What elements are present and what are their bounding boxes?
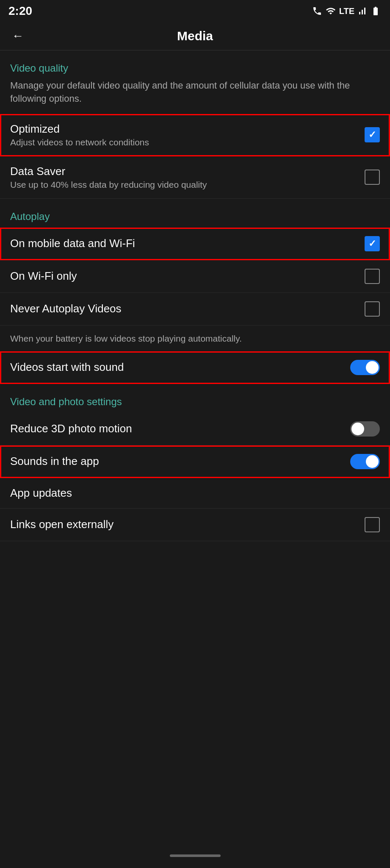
links-open-externally-text: Links open externally: [10, 518, 365, 531]
reduce-3d-motion-title: Reduce 3D photo motion: [10, 422, 350, 435]
header: ← Media: [0, 22, 390, 50]
nav-bar-line: [170, 854, 221, 857]
never-autoplay-text: Never Autoplay Videos: [10, 302, 365, 315]
status-time: 2:20: [8, 4, 32, 18]
data-saver-row[interactable]: Data Saver Use up to 40% less data by re…: [0, 156, 390, 199]
videos-start-sound-row[interactable]: Videos start with sound: [0, 351, 390, 384]
videos-start-sound-title: Videos start with sound: [10, 361, 350, 374]
app-updates-row[interactable]: App updates: [0, 478, 390, 509]
links-open-externally-row[interactable]: Links open externally: [0, 509, 390, 541]
reduce-3d-motion-row[interactable]: Reduce 3D photo motion: [0, 413, 390, 445]
mobile-data-wifi-title: On mobile data and Wi-Fi: [10, 237, 365, 250]
content: Video quality Manage your default video …: [0, 50, 390, 541]
autoplay-section: Autoplay On mobile data and Wi-Fi On Wi-…: [0, 199, 390, 326]
reduce-3d-motion-toggle-knob: [351, 423, 364, 435]
sounds-in-app-row[interactable]: Sounds in the app: [0, 445, 390, 478]
sounds-in-app-toggle-knob: [366, 455, 379, 468]
back-button[interactable]: ←: [8, 28, 27, 45]
data-saver-subtitle: Use up to 40% less data by reducing vide…: [10, 180, 365, 190]
sounds-in-app-toggle[interactable]: [350, 454, 380, 469]
videos-start-sound-toggle[interactable]: [350, 360, 380, 375]
wifi-only-checkbox[interactable]: [365, 269, 380, 284]
mobile-data-wifi-text: On mobile data and Wi-Fi: [10, 237, 365, 250]
optimized-subtitle: Adjust videos to network conditions: [10, 137, 365, 147]
battery-icon: [370, 6, 382, 16]
never-autoplay-checkbox[interactable]: [365, 301, 380, 317]
data-saver-title: Data Saver: [10, 165, 365, 178]
reduce-3d-motion-text: Reduce 3D photo motion: [10, 422, 350, 435]
optimized-text: Optimized Adjust videos to network condi…: [10, 122, 365, 147]
wifi-only-title: On Wi-Fi only: [10, 270, 365, 283]
sounds-in-app-title: Sounds in the app: [10, 455, 350, 468]
video-photo-settings-header: Video and photo settings: [0, 384, 390, 413]
videos-start-sound-text: Videos start with sound: [10, 361, 350, 374]
sounds-in-app-text: Sounds in the app: [10, 455, 350, 468]
mobile-data-wifi-checkbox[interactable]: [365, 236, 380, 251]
never-autoplay-row[interactable]: Never Autoplay Videos: [0, 293, 390, 326]
video-photo-settings-section: Video and photo settings Reduce 3D photo…: [0, 384, 390, 478]
video-quality-section: Video quality Manage your default video …: [0, 50, 390, 199]
bottom-nav-indicator: [0, 848, 390, 864]
wifi-icon: [325, 6, 337, 16]
video-quality-description: Manage your default video quality and th…: [0, 79, 390, 114]
videos-start-sound-toggle-knob: [366, 361, 379, 374]
optimized-row[interactable]: Optimized Adjust videos to network condi…: [0, 114, 390, 156]
reduce-3d-motion-toggle[interactable]: [350, 421, 380, 437]
links-open-externally-checkbox[interactable]: [365, 517, 380, 532]
battery-low-note: When your battery is low videos stop pla…: [0, 326, 390, 351]
video-quality-header: Video quality: [0, 50, 390, 79]
data-saver-checkbox[interactable]: [365, 170, 380, 185]
wifi-only-text: On Wi-Fi only: [10, 270, 365, 283]
phone-icon: [312, 6, 322, 16]
app-updates-title: App updates: [10, 487, 380, 500]
header-title: Media: [8, 29, 382, 43]
links-open-externally-title: Links open externally: [10, 518, 365, 531]
mobile-data-wifi-row[interactable]: On mobile data and Wi-Fi: [0, 228, 390, 260]
wifi-only-row[interactable]: On Wi-Fi only: [0, 260, 390, 293]
never-autoplay-title: Never Autoplay Videos: [10, 302, 365, 315]
app-updates-text: App updates: [10, 487, 380, 500]
optimized-checkbox[interactable]: [365, 127, 380, 142]
autoplay-header: Autoplay: [0, 199, 390, 228]
optimized-title: Optimized: [10, 122, 365, 136]
status-icons: LTE: [312, 6, 382, 16]
status-bar: 2:20 LTE: [0, 0, 390, 22]
signal-icon: [357, 6, 367, 16]
data-saver-text: Data Saver Use up to 40% less data by re…: [10, 165, 365, 190]
lte-icon: LTE: [339, 6, 354, 16]
